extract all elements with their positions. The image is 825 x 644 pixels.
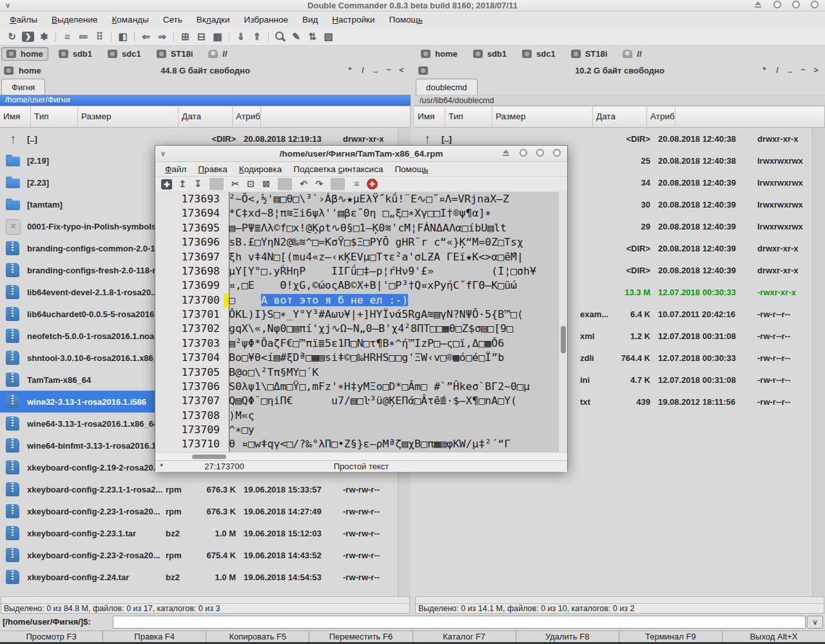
copy-icon[interactable]: ⊡ [244, 178, 258, 190]
close-icon[interactable] [811, 1, 819, 8]
compare-icon[interactable]: ⇅ [304, 30, 320, 44]
drive-button[interactable]: // [617, 47, 646, 61]
editor-titlebar[interactable]: ∨ /home/user/Фигня/TamTam-x86_64.rpm [155, 146, 567, 162]
left-horizontal-scrollbar[interactable] [1, 596, 410, 604]
fkey-button[interactable]: Просмотр F3 [0, 631, 103, 642]
drive-button[interactable]: ST18i [151, 47, 199, 61]
minimize-icon[interactable] [773, 1, 781, 8]
menu-item[interactable]: Помощь [382, 12, 430, 28]
maximize-icon[interactable] [792, 1, 800, 8]
terminal-icon[interactable]: ❯ [22, 32, 34, 42]
column-header[interactable]: Размер [78, 106, 179, 127]
copy-names-icon[interactable]: ▧ [320, 30, 336, 44]
file-row[interactable]: xkeyboard-config-2.23.1.tar bz2 1.0 M 19… [0, 522, 411, 544]
menu-item[interactable]: Избранное [237, 12, 295, 28]
drive-button[interactable]: ST18i [566, 47, 613, 61]
command-input[interactable] [113, 616, 806, 629]
menu-item[interactable]: Файлы [3, 12, 44, 28]
separator[interactable] [55, 32, 56, 42]
right-vertical-scrollbar[interactable] [812, 128, 825, 596]
drive-button[interactable]: sdc1 [102, 47, 146, 61]
separator[interactable] [331, 178, 345, 190]
menu-item[interactable]: Выделение [44, 12, 105, 28]
fkey-button[interactable]: Копировать F5 [206, 631, 309, 642]
nav-button[interactable]: ~ [383, 65, 394, 75]
nav-button[interactable]: > [811, 65, 821, 75]
pack-icon[interactable]: ⇓ [233, 30, 249, 44]
minimize-icon[interactable] [519, 149, 527, 157]
refresh-icon[interactable]: ↻ [4, 30, 20, 44]
file-row[interactable]: xkeyboard-config-2.23-2-rosa20... rpm 67… [0, 544, 411, 566]
flat-view-icon[interactable]: ⊟ [193, 30, 209, 44]
word-wrap-icon[interactable]: ≡ [349, 178, 364, 190]
menu-item[interactable]: Подсветка синтаксиса [287, 162, 389, 177]
scrollbar-thumb[interactable] [192, 454, 226, 459]
shade-window-icon[interactable] [502, 150, 510, 157]
separator[interactable] [278, 178, 292, 190]
menu-item[interactable]: Помощь [389, 162, 434, 177]
scrollbar-thumb[interactable] [561, 326, 566, 353]
separator[interactable] [173, 32, 174, 42]
fkey-button[interactable]: Переместить F6 [309, 631, 412, 642]
separator[interactable] [229, 32, 229, 42]
file-row[interactable]: xkeyboard-config-2.23-1-rosa20... rpm 67… [0, 500, 411, 522]
fkey-button[interactable]: Терминал F9 [619, 631, 723, 642]
column-header[interactable]: Имя [0, 106, 31, 127]
swap-panels-icon[interactable]: ◧ [115, 30, 131, 44]
undo-icon[interactable]: ↶ [296, 178, 311, 190]
editor-horizontal-scrollbar[interactable] [155, 452, 567, 460]
left-path-bar[interactable]: /home/user/Фигня [0, 95, 411, 106]
menu-item[interactable]: Правка [192, 162, 233, 177]
nav-button[interactable]: < [396, 65, 407, 75]
menu-item[interactable]: Настройки [325, 12, 382, 28]
separator[interactable] [111, 32, 112, 42]
tab-right[interactable]: doublecmd [416, 79, 478, 95]
unpack-icon[interactable]: ⇑ [249, 30, 265, 44]
separator[interactable] [134, 32, 135, 42]
file-row[interactable]: xkeyboard-config-2.24.tar bz2 1.0 M 19.0… [0, 566, 411, 588]
menu-item[interactable]: Файл [159, 162, 192, 177]
list-view-icon[interactable]: ≡ [59, 30, 75, 44]
go-forward-icon[interactable]: ⇒ [154, 30, 170, 44]
column-header[interactable]: Размер [492, 106, 593, 127]
nav-button[interactable]: / [358, 65, 368, 75]
brief-view-icon[interactable]: ≔ [75, 30, 92, 44]
thumbnails-view-icon[interactable]: ⠿ [92, 30, 108, 44]
column-header[interactable]: Атриб [233, 106, 261, 127]
separator[interactable] [209, 178, 224, 190]
menu-item[interactable]: Сеть [156, 12, 189, 28]
nav-button[interactable]: .. [371, 65, 381, 75]
nav-button[interactable]: .. [785, 65, 795, 75]
menu-item[interactable]: Команды [104, 12, 155, 28]
new-file-icon[interactable]: ✚ [161, 179, 172, 190]
nav-button[interactable]: / [772, 65, 782, 75]
drive-button[interactable]: home [416, 47, 463, 61]
editor-vertical-scrollbar[interactable] [558, 192, 567, 452]
about-icon[interactable]: ✚ [367, 179, 378, 190]
nav-button[interactable]: * [759, 65, 770, 75]
maximize-icon[interactable] [536, 149, 544, 157]
drive-button[interactable]: sdc1 [517, 47, 561, 61]
editor-text-area[interactable]: 173693 ²~Ǒ<,½'▤□θ□\³`›Ȧβ∿★µEλŸ˝kǘ!¨E∿□˝¤… [155, 192, 567, 452]
close-icon[interactable] [553, 149, 561, 157]
fkey-button[interactable]: Выход Alt+X [723, 631, 825, 642]
menu-item[interactable]: Вкладки [189, 12, 237, 28]
cut-icon[interactable]: ✂ [228, 178, 242, 190]
fkey-button[interactable]: Правка F4 [103, 631, 206, 642]
options-icon[interactable]: ✱ [36, 30, 52, 44]
save-file-icon[interactable]: ↧ [191, 178, 205, 190]
new-folder-icon[interactable]: ⊞ [177, 30, 193, 44]
redo-icon[interactable]: ↷ [312, 178, 326, 190]
shade-window-icon[interactable] [754, 1, 762, 8]
column-header[interactable]: Дата [593, 106, 647, 127]
fkey-button[interactable]: Удалить F8 [516, 631, 619, 642]
go-back-icon[interactable]: ⇐ [138, 30, 154, 44]
menu-item[interactable]: Кодировка [233, 162, 287, 177]
separator[interactable] [268, 32, 269, 42]
drive-button[interactable]: sdb1 [53, 47, 97, 61]
column-header[interactable]: Тип [445, 106, 492, 127]
file-row[interactable]: xkeyboard-config-2.23.1-1-rosa2... rpm 6… [0, 478, 411, 500]
save-settings-icon[interactable]: ▦ [209, 30, 226, 44]
tab-left[interactable]: Фигня [1, 79, 45, 95]
drive-button[interactable]: home [1, 47, 48, 61]
